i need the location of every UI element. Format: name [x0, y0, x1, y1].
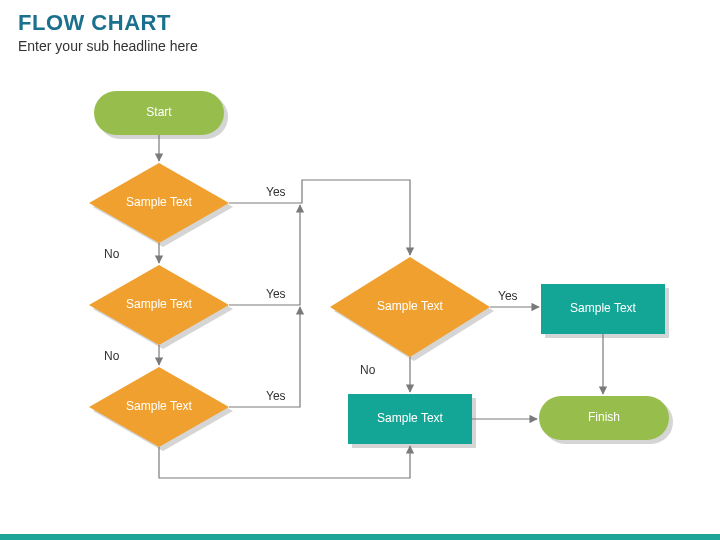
- node-start-label: Start: [146, 105, 172, 119]
- edge-d4-no-label: No: [360, 363, 376, 377]
- edge-d2-no-label: No: [104, 349, 120, 363]
- edge-d3-merge: [229, 307, 300, 407]
- node-process-2: Sample Text: [348, 394, 476, 448]
- edge-d1-yes-label: Yes: [266, 185, 286, 199]
- edge-d2-merge: [229, 205, 300, 305]
- node-decision-3-label: Sample Text: [126, 399, 192, 413]
- node-start: Start: [94, 91, 228, 139]
- node-process-2-label: Sample Text: [377, 411, 443, 425]
- node-decision-4-label: Sample Text: [377, 299, 443, 313]
- edge-d4-yes-label: Yes: [498, 289, 518, 303]
- edge-d1-d4: [229, 180, 410, 255]
- edge-d3-bottom: [159, 446, 410, 478]
- edge-d2-yes-label: Yes: [266, 287, 286, 301]
- node-decision-3: Sample Text: [89, 367, 233, 451]
- node-process-1-label: Sample Text: [570, 301, 636, 315]
- node-decision-1: Sample Text: [89, 163, 233, 247]
- flowchart-canvas: Start Sample Text Sample Text Sample Tex…: [0, 0, 720, 540]
- node-decision-2: Sample Text: [89, 265, 233, 349]
- node-decision-2-label: Sample Text: [126, 297, 192, 311]
- node-finish: Finish: [539, 396, 673, 444]
- node-process-1: Sample Text: [541, 284, 669, 338]
- node-finish-label: Finish: [588, 410, 620, 424]
- footer-accent-bar: [0, 534, 720, 540]
- node-decision-1-label: Sample Text: [126, 195, 192, 209]
- edge-d3-yes-label: Yes: [266, 389, 286, 403]
- node-decision-4: Sample Text: [330, 257, 494, 361]
- edge-d1-no-label: No: [104, 247, 120, 261]
